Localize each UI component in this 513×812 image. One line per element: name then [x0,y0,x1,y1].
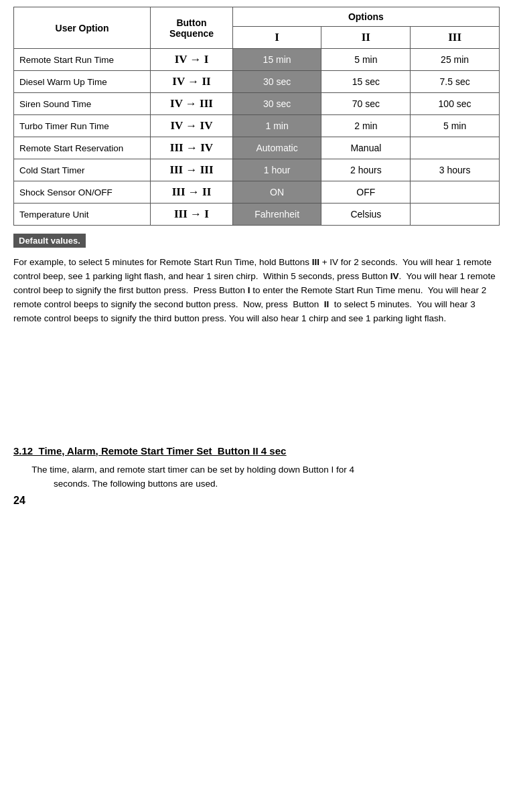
user-option-cell: Shock Sensor ON/OFF [14,181,151,204]
btn-seq-cell: III → IV [151,137,233,159]
option-I-cell: ON [232,181,321,204]
option-I-cell: Fahrenheit [232,204,321,226]
table-row: Shock Sensor ON/OFFIII → IIONOFF [14,181,500,204]
option-II-cell: 70 sec [321,93,411,115]
option-III-cell: 7.5 sec [411,71,500,93]
option-III-cell [411,204,500,226]
col-header-btn-seq: ButtonSequence [151,7,233,49]
option-III-cell: 25 min [411,49,500,71]
option-I-cell: 15 min [232,49,321,71]
option-I-cell: 1 hour [232,159,321,181]
user-option-cell: Turbo Timer Run Time [14,115,151,137]
user-option-cell: Remote Start Run Time [14,49,151,71]
option-I-cell: Automatic [232,137,321,159]
section-heading: 3.12 Time, Alarm, Remote Start Timer Set… [13,445,500,457]
col-header-opt-I: I [232,27,321,49]
col-header-user-option: User Option [14,7,151,49]
option-II-cell: 2 min [321,115,411,137]
description-paragraph: For example, to select 5 minutes for Rem… [13,256,500,326]
table-row: Turbo Timer Run TimeIV → IV1 min2 min5 m… [14,115,500,137]
option-III-cell: 100 sec [411,93,500,115]
btn-seq-cell: IV → III [151,93,233,115]
option-III-cell [411,181,500,204]
user-option-cell: Siren Sound Time [14,93,151,115]
table-row: Siren Sound TimeIV → III30 sec70 sec100 … [14,93,500,115]
option-II-cell: 5 min [321,49,411,71]
option-I-cell: 30 sec [232,71,321,93]
option-II-cell: 2 hours [321,159,411,181]
option-I-cell: 30 sec [232,93,321,115]
option-I-cell: 1 min [232,115,321,137]
option-II-cell: 15 sec [321,71,411,93]
btn-seq-cell: IV → II [151,71,233,93]
option-III-cell: 3 hours [411,159,500,181]
col-header-opt-III: III [411,27,500,49]
user-option-cell: Diesel Warm Up Time [14,71,151,93]
btn-seq-cell: IV → IV [151,115,233,137]
section-body: The time, alarm, and remote start timer … [27,463,500,491]
default-values-badge: Default values. [13,234,86,248]
option-III-cell: 5 min [411,115,500,137]
btn-seq-cell: III → I [151,204,233,226]
col-header-opt-II: II [321,27,411,49]
table-row: Cold Start TimerIII → III1 hour2 hours3 … [14,159,500,181]
user-option-cell: Temperature Unit [14,204,151,226]
btn-seq-cell: III → III [151,159,233,181]
btn-seq-cell: IV → I [151,49,233,71]
option-II-cell: Manual [321,137,411,159]
option-II-cell: OFF [321,181,411,204]
options-table: User Option ButtonSequence Options I II … [13,7,500,226]
page-number: 24 [13,495,500,507]
option-III-cell [411,137,500,159]
btn-seq-cell: III → II [151,181,233,204]
table-row: Remote Start Run TimeIV → I15 min5 min25… [14,49,500,71]
table-row: Temperature UnitIII → IFahrenheitCelsius [14,204,500,226]
user-option-cell: Remote Start Reservation [14,137,151,159]
option-II-cell: Celsius [321,204,411,226]
col-header-options: Options [232,7,499,27]
user-option-cell: Cold Start Timer [14,159,151,181]
table-row: Remote Start ReservationIII → IVAutomati… [14,137,500,159]
table-row: Diesel Warm Up TimeIV → II30 sec15 sec7.… [14,71,500,93]
